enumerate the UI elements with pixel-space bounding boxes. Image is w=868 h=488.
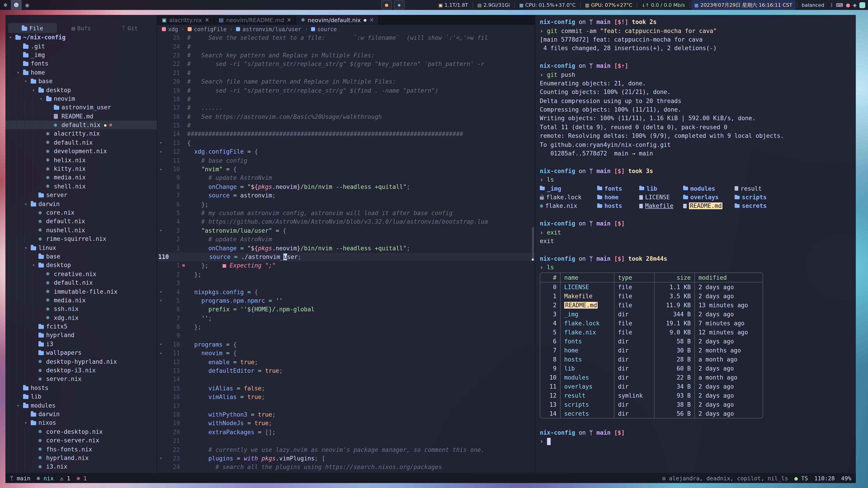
tree-item-base[interactable]: base	[5, 252, 157, 261]
workspace-3-button[interactable]: ◉	[22, 0, 33, 10]
code-line[interactable]: 18 #	[157, 95, 535, 103]
tree-item-server.nix[interactable]: ❄server.nix	[5, 375, 157, 383]
code-line[interactable]: 20 # Search file name pattern and Replac…	[157, 77, 535, 86]
cpu-usage[interactable]: ▦CPU: 01.5%+37.0°C	[516, 0, 579, 10]
diagnostic-warning[interactable]: ⚠ 1	[60, 475, 70, 482]
tree-item-linux[interactable]: ▾linux	[5, 243, 157, 252]
code-line[interactable]: 14	[157, 375, 535, 384]
code-line[interactable]: 16 vimAlias = true;	[157, 393, 535, 401]
tree-item-core-server.nix[interactable]: ❄core-server.nix	[5, 436, 157, 445]
bluetooth-icon[interactable]: ᛒ	[830, 2, 833, 8]
editor-scrollbar[interactable]	[532, 48, 534, 473]
code-line[interactable]: 22 # currently we use lazy.nvim as neovi…	[157, 445, 535, 454]
tree-item-fonts[interactable]: fonts	[5, 59, 157, 68]
tree-item-helix.nix[interactable]: ❄helix.nix	[5, 156, 157, 164]
tree-item-desktop[interactable]: ▾desktop	[5, 261, 157, 269]
network-speed[interactable]: ↓↑0.0 / 0.0 Mb/s	[639, 0, 688, 10]
code-line[interactable]: ▾3 "astronvim/lua/user" = {	[157, 226, 535, 235]
code-line[interactable]: ▾11 neovim = {	[157, 349, 535, 358]
tree-item-neovim[interactable]: ▾neovim	[5, 94, 157, 103]
code-line[interactable]: 17 # ......	[157, 103, 535, 112]
tree-item-darwin[interactable]: darwin	[5, 410, 157, 419]
code-line[interactable]: 15 viAlias = false;	[157, 384, 535, 393]
code-line[interactable]: 14 #####################################…	[157, 130, 535, 139]
tree-item-_img[interactable]: _img	[5, 51, 157, 59]
workspace-2-button[interactable]: ☻	[11, 0, 22, 10]
code-line[interactable]: 6 prefix = ''${HOME}/.npm-global	[157, 305, 535, 314]
code-line[interactable]: ▾10 "nvim" = {	[157, 165, 535, 174]
tab-file[interactable]: File	[8, 23, 57, 33]
tree-item-media.nix[interactable]: ❄media.nix	[5, 296, 157, 304]
tree-item-xdg.nix[interactable]: ❄xdg.nix	[5, 313, 157, 322]
memory-usage[interactable]: ▤2.9Gi/31Gi	[474, 0, 513, 10]
scrollbar-thumb[interactable]	[532, 227, 534, 258]
code-line[interactable]: 3	[157, 279, 535, 288]
close-icon[interactable]: ×	[287, 17, 291, 23]
code-line[interactable]: 25 # Save the selected text to a file: `…	[157, 33, 535, 42]
tree-item-.git[interactable]: .git	[5, 42, 157, 51]
fold-chevron-icon[interactable]: ▾	[157, 150, 164, 154]
chevron-down-icon[interactable]: ▾	[24, 201, 31, 206]
code-line[interactable]: 24 #	[157, 42, 535, 51]
code-line[interactable]: 23 # Search key pattern and Replace in M…	[157, 51, 535, 60]
notification-icon[interactable]: ◈	[853, 2, 857, 8]
diagnostic-error[interactable]: ⊗ 1	[76, 475, 87, 482]
tree-item-core-desktop.nix[interactable]: ❄core-desktop.nix	[5, 427, 157, 436]
code-line[interactable]: 24 # search all the plugins using https:…	[157, 463, 535, 471]
tab-neovim-default-nix[interactable]: ❄ neovim/default.nix ● ×	[296, 15, 379, 25]
code-line[interactable]: 22 # sed -ri "s/pattern_str/replace_str/…	[157, 60, 535, 68]
code-line[interactable]: 21 #	[157, 68, 535, 77]
tree-item-default.nix[interactable]: ❄default.nix	[5, 217, 157, 226]
code-line[interactable]: ▾23 plugins = with pkgs.vimPlugins; [	[157, 454, 535, 463]
code-line[interactable]: 16 # See https://astronvim.com/Basic%20U…	[157, 112, 535, 121]
tree-item-development.nix[interactable]: ❄development.nix	[5, 147, 157, 156]
chevron-down-icon[interactable]: ▾	[24, 420, 31, 425]
fold-chevron-icon[interactable]: ▾	[157, 342, 164, 347]
code-line[interactable]: 7 source = astronvim;	[157, 191, 535, 200]
tree-item-hosts[interactable]: hosts	[5, 383, 157, 392]
code-line[interactable]: 6 };	[157, 200, 535, 209]
tree-item-i3[interactable]: i3	[5, 339, 157, 348]
code-line[interactable]: 19 withNodeJs = true;	[157, 419, 535, 428]
code-line[interactable]: ▾5 programs.npm.npmrc = ''	[157, 296, 535, 305]
code-line[interactable]: 20 extraPackages = [];	[157, 428, 535, 436]
git-branch[interactable]: ᛘ main	[10, 475, 30, 482]
code-line[interactable]: ▾13 {	[157, 138, 535, 147]
recording-icon[interactable]: ●	[846, 2, 850, 8]
tree-item-README.md[interactable]: README.md	[5, 112, 157, 121]
tree-item-creative.nix[interactable]: ❄creative.nix	[5, 269, 157, 278]
taskbar-icon-2[interactable]: ◆	[394, 0, 405, 9]
tree-item-media.nix[interactable]: ❄media.nix	[5, 173, 157, 182]
code-line[interactable]: ▾12 xdg.configFile = {	[157, 147, 535, 156]
tree-item-i3.nix[interactable]: ❄i3.nix	[5, 462, 157, 471]
fold-chevron-icon[interactable]: ▾	[157, 290, 164, 294]
input-method-icon[interactable]: ⌨	[836, 2, 843, 8]
code-line[interactable]: 11 # base config	[157, 156, 535, 165]
code-line[interactable]: 21	[157, 436, 535, 445]
workspace-1-button[interactable]: ❄	[0, 0, 11, 10]
terminal-pane[interactable]: nix-config on ᛘ main [$!] took 2s› git c…	[535, 15, 856, 473]
fold-chevron-icon[interactable]: ▾	[157, 141, 164, 145]
tray-app-icon[interactable]	[860, 2, 865, 8]
tree-item-nixos[interactable]: ▾nixos	[5, 418, 157, 427]
breadcrumb-item-source[interactable]: source	[311, 26, 337, 32]
fold-chevron-icon[interactable]: ▾	[157, 167, 164, 171]
code-line[interactable]: 2 };	[157, 270, 535, 279]
tree-item-alacritty.nix[interactable]: ❄alacritty.nix	[5, 129, 157, 138]
tree-item-fcitx5[interactable]: fcitx5	[5, 322, 157, 331]
tree-item-base[interactable]: ▾base	[5, 77, 157, 86]
tab-git[interactable]: ᛘ Git	[105, 23, 154, 33]
fold-chevron-icon[interactable]: ▾	[157, 228, 164, 233]
tree-item-desktop-i3.nix[interactable]: ❄desktop-i3.nix	[5, 366, 157, 375]
tree-item-ssh.nix[interactable]: ❄ssh.nix	[5, 304, 157, 313]
fold-chevron-icon[interactable]: ▾	[157, 298, 164, 303]
breadcrumb-item-configfile[interactable]: configFile	[188, 26, 227, 32]
tree-item-server[interactable]: server	[5, 191, 157, 199]
tree-item-rime-squirrel.nix[interactable]: ❄rime-squirrel.nix	[5, 234, 157, 243]
power-profile[interactable]: balanced	[798, 0, 828, 10]
code-line[interactable]: 110 source = ./astronvim_user;	[157, 253, 535, 261]
code-line[interactable]: 9 # update AstroNvim	[157, 174, 535, 183]
code-buffer[interactable]: 25 # Save the selected text to a file: `…	[157, 33, 535, 473]
tree-item-nushell.nix[interactable]: ❄nushell.nix	[5, 226, 157, 234]
code-line[interactable]: 18 withPython3 = true;	[157, 410, 535, 419]
